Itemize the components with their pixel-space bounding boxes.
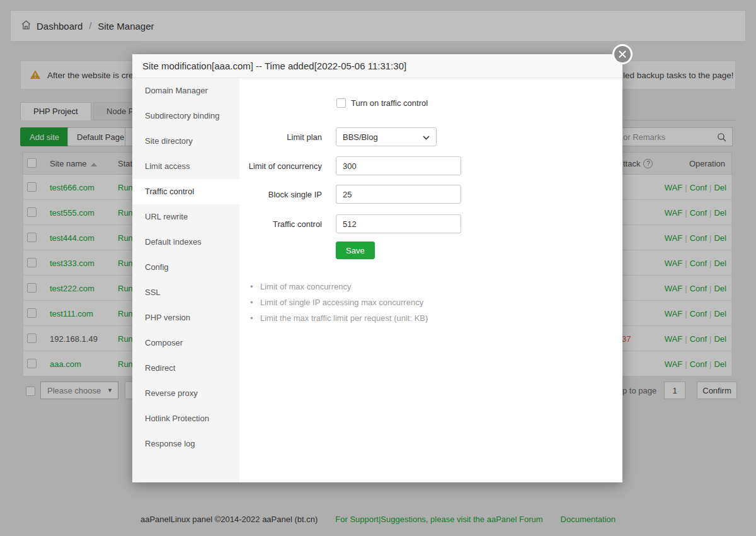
menu-hotlink-protection[interactable]: Hotlink Protection — [132, 406, 239, 431]
menu-reverse-proxy[interactable]: Reverse proxy — [132, 381, 239, 406]
site-modification-modal: Site modification[aaa.com] -- Time added… — [132, 54, 622, 482]
menu-domain-manager[interactable]: Domain Manager — [132, 78, 239, 103]
menu-config[interactable]: Config — [132, 255, 239, 280]
traffic-limit-label: Traffic control — [239, 219, 322, 229]
traffic-control-toggle-label: Turn on traffic control — [351, 98, 428, 108]
menu-ssl[interactable]: SSL — [132, 280, 239, 305]
note-item: Limit of single IP accessing max concurr… — [250, 294, 428, 310]
menu-response-log[interactable]: Response log — [132, 431, 239, 457]
limit-plan-value: BBS/Blog — [343, 132, 378, 142]
traffic-control-panel: Turn on traffic control Limit plan BBS/B… — [239, 78, 622, 482]
menu-composer[interactable]: Composer — [132, 330, 239, 356]
traffic-control-notes: Limit of max concurrency Limit of single… — [250, 279, 428, 326]
traffic-limit-input[interactable] — [336, 214, 461, 233]
menu-url-rewrite[interactable]: URL rewrite — [132, 204, 239, 230]
note-item: Limit of max concurrency — [250, 279, 428, 294]
limit-plan-select[interactable]: BBS/Blog — [336, 127, 437, 146]
concurrency-input[interactable] — [336, 156, 461, 175]
menu-redirect[interactable]: Redirect — [132, 356, 239, 381]
menu-default-indexes[interactable]: Default indexes — [132, 230, 239, 255]
modal-menu: Domain Manager Subdirectory binding Site… — [132, 78, 239, 482]
close-icon[interactable] — [612, 44, 633, 64]
limit-plan-label: Limit plan — [239, 132, 322, 142]
menu-limit-access[interactable]: Limit access — [132, 154, 239, 179]
note-item: Limit the max traffic limit per request … — [250, 310, 428, 326]
menu-php-version[interactable]: PHP version — [132, 305, 239, 330]
menu-traffic-control[interactable]: Traffic control — [132, 179, 239, 204]
block-single-ip-label: Block single IP — [239, 190, 322, 199]
modal-title: Site modification[aaa.com] -- Time added… — [132, 54, 622, 78]
traffic-control-checkbox[interactable] — [336, 98, 346, 108]
chevron-down-icon — [423, 132, 430, 142]
menu-site-directory[interactable]: Site directory — [132, 129, 239, 154]
block-single-ip-input[interactable] — [336, 185, 461, 204]
menu-subdirectory-binding[interactable]: Subdirectory binding — [132, 103, 239, 129]
concurrency-label: Limit of concurrency — [239, 161, 322, 171]
save-button[interactable]: Save — [336, 242, 375, 259]
